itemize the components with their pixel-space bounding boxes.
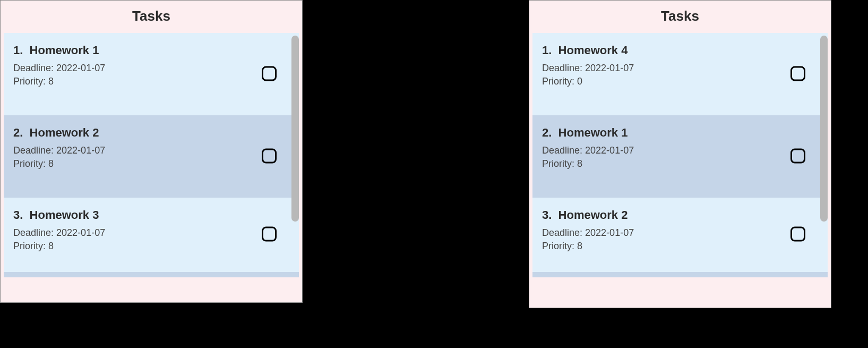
task-checkbox[interactable] xyxy=(790,148,805,163)
deadline-value: 2022-01-07 xyxy=(56,63,105,73)
task-index: 3. xyxy=(13,208,23,222)
task-item-partial[interactable] xyxy=(4,272,299,277)
deadline-value: 2022-01-07 xyxy=(585,145,634,156)
priority-label: Priority: xyxy=(13,76,46,87)
task-name: Homework 1 xyxy=(558,126,628,139)
task-name: Homework 1 xyxy=(30,44,99,57)
deadline-value: 2022-01-07 xyxy=(56,145,105,156)
task-checkbox[interactable] xyxy=(790,66,805,81)
deadline-label: Deadline: xyxy=(13,227,54,238)
panel-title: Tasks xyxy=(132,8,170,24)
deadline-label: Deadline: xyxy=(13,63,54,73)
priority-label: Priority: xyxy=(542,158,574,169)
scrollbar-thumb[interactable] xyxy=(820,36,828,222)
tasks-panel-left: Tasks 1. Homework 1 Deadline: 2022-01-07… xyxy=(0,0,303,303)
scrollbar-thumb[interactable] xyxy=(291,36,299,222)
priority-value: 8 xyxy=(48,76,54,87)
task-name: Homework 4 xyxy=(558,44,628,57)
task-index: 2. xyxy=(542,126,552,139)
task-index: 2. xyxy=(13,126,23,139)
priority-value: 8 xyxy=(577,158,582,169)
task-name: Homework 3 xyxy=(30,208,99,222)
priority-label: Priority: xyxy=(542,241,574,251)
task-index: 1. xyxy=(542,44,552,57)
priority-label: Priority: xyxy=(13,241,46,251)
task-checkbox[interactable] xyxy=(262,66,277,81)
priority-value: 0 xyxy=(577,76,582,87)
task-list: 1. Homework 4 Deadline: 2022-01-07 Prior… xyxy=(532,33,828,277)
deadline-value: 2022-01-07 xyxy=(585,63,634,73)
task-checkbox[interactable] xyxy=(262,227,277,242)
task-index: 3. xyxy=(542,208,552,222)
deadline-value: 2022-01-07 xyxy=(56,227,105,238)
task-item[interactable]: 2. Homework 2 Deadline: 2022-01-07 Prior… xyxy=(4,115,299,198)
task-item[interactable]: 1. Homework 1 Deadline: 2022-01-07 Prior… xyxy=(4,33,299,115)
task-checkbox[interactable] xyxy=(790,227,805,242)
priority-value: 8 xyxy=(577,241,582,251)
panel-header: Tasks xyxy=(1,1,302,33)
deadline-value: 2022-01-07 xyxy=(585,227,634,238)
task-index: 1. xyxy=(13,44,23,57)
scrollbar-track[interactable] xyxy=(291,36,299,297)
task-item[interactable]: 2. Homework 1 Deadline: 2022-01-07 Prior… xyxy=(532,115,828,198)
panel-title: Tasks xyxy=(661,8,699,24)
panel-header: Tasks xyxy=(529,1,831,33)
task-list: 1. Homework 1 Deadline: 2022-01-07 Prior… xyxy=(4,33,299,277)
priority-label: Priority: xyxy=(13,158,46,169)
tasks-panel-right: Tasks 1. Homework 4 Deadline: 2022-01-07… xyxy=(529,0,831,308)
priority-value: 8 xyxy=(48,158,54,169)
task-item[interactable]: 1. Homework 4 Deadline: 2022-01-07 Prior… xyxy=(532,33,828,115)
deadline-label: Deadline: xyxy=(542,145,582,156)
task-item-partial[interactable] xyxy=(532,272,828,277)
priority-label: Priority: xyxy=(542,76,574,87)
deadline-label: Deadline: xyxy=(542,63,582,73)
scrollbar-track[interactable] xyxy=(820,36,828,302)
connector-line xyxy=(303,228,528,230)
task-item[interactable]: 3. Homework 3 Deadline: 2022-01-07 Prior… xyxy=(4,198,299,272)
task-item[interactable]: 3. Homework 2 Deadline: 2022-01-07 Prior… xyxy=(532,198,828,272)
task-name: Homework 2 xyxy=(30,126,99,139)
priority-value: 8 xyxy=(48,241,54,251)
task-checkbox[interactable] xyxy=(262,148,277,163)
task-name: Homework 2 xyxy=(558,208,628,222)
deadline-label: Deadline: xyxy=(13,145,54,156)
deadline-label: Deadline: xyxy=(542,227,582,238)
